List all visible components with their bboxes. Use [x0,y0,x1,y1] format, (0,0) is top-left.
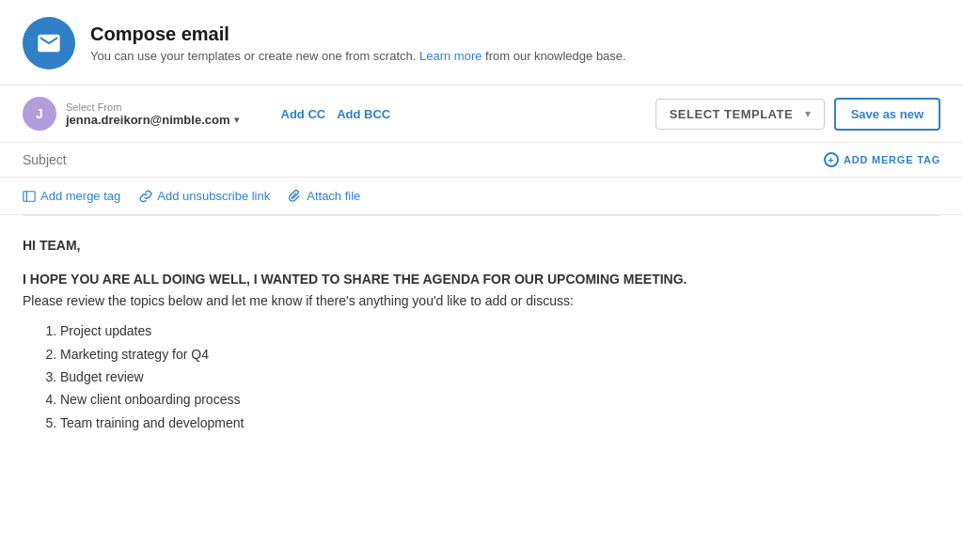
from-dropdown-arrow[interactable]: ▾ [234,114,240,126]
select-template-dropdown[interactable]: SELECT TEMPLATE ▾ [655,99,825,130]
from-email-row[interactable]: jenna.dreikorn@nimble.com ▾ [66,113,240,127]
add-merge-tag-text: Add merge tag [40,189,120,203]
template-dropdown-arrow: ▾ [805,107,811,120]
cc-bcc-section: Add CC Add BCC [277,105,395,123]
add-merge-tag-button[interactable]: Add merge tag [23,189,120,203]
from-section: J Select From jenna.dreikorn@nimble.com … [23,97,240,131]
list-item: Marketing strategy for Q4 [60,344,940,365]
email-body[interactable]: HI TEAM, I HOPE YOU ARE ALL DOING WELL, … [0,216,963,454]
attach-icon [289,190,302,203]
link-icon [139,190,152,203]
learn-more-link[interactable]: Learn more [419,49,482,63]
merge-tag-circle-icon: + [824,152,839,167]
header-text-block: Compose email You can use your templates… [90,23,626,63]
email-intro-upper: I HOPE YOU ARE ALL DOING WELL, I WANTED … [23,272,687,287]
agenda-list: Project updatesMarketing strategy for Q4… [60,320,940,433]
add-merge-tag-subject-button[interactable]: + ADD MERGE TAG [824,152,940,167]
add-merge-tag-label: ADD MERGE TAG [844,154,940,165]
list-item: Project updates [60,320,940,341]
page-title: Compose email [90,23,626,45]
add-bcc-button[interactable]: Add BCC [333,105,394,123]
email-intro-lower: Please review the topics below and let m… [23,293,574,308]
list-item: Team training and development [60,412,940,433]
svg-rect-0 [24,191,35,201]
email-intro: I HOPE YOU ARE ALL DOING WELL, I WANTED … [23,269,940,311]
add-unsubscribe-link-text: Add unsubscribe link [157,189,270,203]
header-desc-text: You can use your templates or create new… [90,49,416,63]
subject-row: + ADD MERGE TAG [0,143,963,178]
add-cc-button[interactable]: Add CC [277,105,330,123]
list-item: New client onboarding process [60,389,940,410]
attach-file-text: Attach file [307,189,360,203]
compose-email-icon [23,17,75,70]
from-email: jenna.dreikorn@nimble.com [66,113,230,127]
template-section: SELECT TEMPLATE ▾ Save as new [655,98,940,131]
list-item: Budget review [60,366,940,387]
from-label: Select From [66,101,240,113]
sender-avatar: J [23,97,56,131]
compose-header: Compose email You can use your templates… [0,0,963,86]
from-info: Select From jenna.dreikorn@nimble.com ▾ [66,101,240,127]
attach-file-button[interactable]: Attach file [289,189,360,203]
header-desc-suffix: from our knowledge base. [485,49,626,63]
toolbar-row: J Select From jenna.dreikorn@nimble.com … [0,86,963,143]
add-unsubscribe-link-button[interactable]: Add unsubscribe link [139,189,270,203]
editor-toolbar: Add merge tag Add unsubscribe link Attac… [0,178,963,215]
save-as-new-button[interactable]: Save as new [834,98,940,131]
select-template-label: SELECT TEMPLATE [670,107,797,121]
merge-tag-icon [23,190,36,203]
email-icon [36,30,62,56]
subject-input[interactable] [23,152,824,167]
header-description: You can use your templates or create new… [90,49,626,63]
email-greeting: HI TEAM, [23,235,940,256]
